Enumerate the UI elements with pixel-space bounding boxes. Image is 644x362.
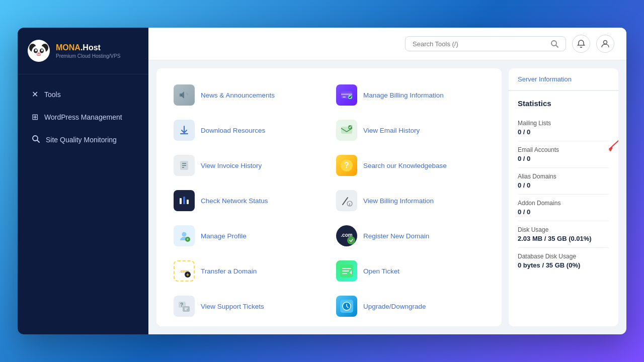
network-icon bbox=[174, 190, 195, 211]
tool-manage-billing[interactable]: Manage Billing Information bbox=[331, 78, 490, 112]
stat-disk-label: Disk Usage bbox=[518, 226, 609, 233]
stats-panel: Server Information Statistics Mailing Li… bbox=[509, 68, 618, 326]
tool-transfer[interactable]: .com+ Transfer a Domain bbox=[169, 254, 327, 288]
tools-grid: News & Announcements Manage Billing Info… bbox=[169, 78, 490, 323]
sidebar-item-site-quality[interactable]: Site Quality Monitoring bbox=[26, 130, 140, 150]
tool-billing-info[interactable]: i View Billing Information bbox=[331, 184, 490, 217]
svg-rect-48 bbox=[183, 306, 190, 312]
server-info-tab[interactable]: Server Information bbox=[509, 68, 618, 91]
user-profile-button[interactable] bbox=[596, 35, 614, 53]
search-button[interactable] bbox=[550, 40, 558, 48]
stat-email-label: Email Accounts bbox=[518, 146, 609, 153]
red-arrow-annotation bbox=[603, 137, 618, 152]
upgrade-icon bbox=[336, 296, 357, 317]
knowledgebase-icon: ? bbox=[336, 155, 357, 176]
search-input[interactable] bbox=[413, 40, 546, 48]
stat-mailing-value: 0 / 0 bbox=[518, 128, 609, 136]
logo-text: MONA.Host Premium Cloud Hosting/VPS bbox=[56, 43, 120, 59]
sidebar-label-site-quality: Site Quality Monitoring bbox=[46, 136, 117, 144]
tool-news[interactable]: News & Announcements bbox=[169, 78, 327, 112]
logo-tagline: Premium Cloud Hosting/VPS bbox=[56, 53, 120, 59]
logo-host: .Host bbox=[80, 43, 101, 52]
main-panel: News & Announcements Manage Billing Info… bbox=[156, 68, 502, 326]
support-icon: ? bbox=[174, 296, 195, 317]
invoice-label: View Invoice History bbox=[201, 162, 262, 169]
svg-line-11 bbox=[37, 140, 39, 142]
tool-profile[interactable]: + Manage Profile bbox=[169, 219, 327, 252]
svg-rect-18 bbox=[343, 97, 346, 98]
svg-text:+: + bbox=[186, 272, 189, 278]
stats-title: Statistics bbox=[518, 99, 609, 108]
tool-invoice[interactable]: View Invoice History bbox=[169, 149, 327, 182]
stat-addon-label: Addon Domains bbox=[518, 200, 609, 207]
logo-mona: MONA bbox=[56, 43, 80, 52]
content-area: News & Announcements Manage Billing Info… bbox=[148, 60, 626, 334]
tool-open-ticket[interactable]: Open Ticket bbox=[331, 254, 490, 288]
invoice-icon bbox=[174, 155, 195, 176]
svg-rect-29 bbox=[180, 198, 182, 204]
stat-disk-value: 2.03 MB / 35 GB (0.01%) bbox=[518, 235, 609, 242]
svg-point-35 bbox=[182, 232, 187, 237]
network-label: Check Network Status bbox=[201, 197, 268, 205]
svg-rect-17 bbox=[341, 94, 352, 95]
sidebar-logo: MONA.Host Premium Cloud Hosting/VPS bbox=[18, 28, 148, 74]
email-history-label: View Email History bbox=[363, 127, 420, 134]
stat-db-value: 0 bytes / 35 GB (0%) bbox=[518, 261, 609, 269]
open-ticket-label: Open Ticket bbox=[363, 267, 399, 275]
tool-support[interactable]: ? View Support Tickets bbox=[169, 290, 327, 323]
transfer-label: Transfer a Domain bbox=[201, 267, 257, 275]
knowledgebase-label: Search our Knowledgebase bbox=[363, 162, 447, 169]
open-ticket-icon bbox=[336, 260, 357, 282]
support-label: View Support Tickets bbox=[201, 303, 264, 310]
stat-disk-usage: Disk Usage 2.03 MB / 35 GB (0.01%) bbox=[518, 221, 609, 248]
tool-upgrade[interactable]: Upgrade/Downgrade bbox=[331, 290, 490, 323]
svg-point-7 bbox=[41, 49, 43, 51]
svg-point-6 bbox=[35, 49, 37, 51]
download-label: Download Resources bbox=[201, 127, 265, 134]
new-domain-label: Register New Domain bbox=[363, 232, 429, 240]
manage-billing-label: Manage Billing Information bbox=[363, 92, 444, 99]
sidebar-label-wordpress: WordPress Management bbox=[44, 113, 122, 121]
stat-addon-value: 0 / 0 bbox=[518, 208, 609, 216]
upgrade-label: Upgrade/Downgrade bbox=[363, 303, 426, 310]
stat-mailing-label: Mailing Lists bbox=[518, 120, 609, 127]
panda-logo-icon bbox=[28, 40, 50, 62]
svg-text:+: + bbox=[186, 237, 189, 242]
svg-text:i: i bbox=[349, 202, 350, 207]
stat-db-disk-usage: Database Disk Usage 0 bytes / 35 GB (0%) bbox=[518, 248, 609, 274]
svg-point-15 bbox=[181, 95, 182, 96]
tool-knowledgebase[interactable]: ? Search our Knowledgebase bbox=[331, 149, 490, 182]
profile-label: Manage Profile bbox=[201, 232, 247, 240]
tool-new-domain[interactable]: .com Register New Domain bbox=[331, 219, 490, 252]
sidebar-nav: ✕ Tools ⊞ WordPress Management Site Qual… bbox=[18, 74, 148, 160]
svg-text:?: ? bbox=[344, 161, 349, 169]
sidebar-label-tools: Tools bbox=[44, 90, 61, 99]
wordpress-icon: ⊞ bbox=[32, 112, 38, 122]
stats-section: Statistics Mailing Lists 0 / 0 Email Acc… bbox=[509, 91, 618, 282]
transfer-icon: .com+ bbox=[174, 260, 195, 282]
stat-email-accounts: Email Accounts 0 / 0 bbox=[518, 141, 609, 168]
stat-alias-label: Alias Domains bbox=[518, 173, 609, 180]
search-bar[interactable] bbox=[405, 36, 566, 51]
right-panel: News & Announcements Manage Billing Info… bbox=[148, 28, 626, 334]
sidebar-item-tools[interactable]: ✕ Tools bbox=[26, 84, 140, 104]
svg-point-14 bbox=[604, 41, 607, 44]
notifications-button[interactable] bbox=[572, 35, 590, 53]
tool-network[interactable]: Check Network Status bbox=[169, 184, 327, 217]
svg-rect-31 bbox=[187, 200, 189, 204]
svg-point-9 bbox=[38, 53, 40, 54]
billing-info-label: View Billing Information bbox=[363, 197, 434, 205]
stat-db-label: Database Disk Usage bbox=[518, 253, 609, 260]
domain-icon: .com bbox=[336, 225, 357, 246]
svg-line-13 bbox=[556, 45, 558, 47]
svg-rect-30 bbox=[183, 197, 185, 204]
download-icon bbox=[174, 120, 195, 141]
email-icon bbox=[336, 120, 357, 141]
sidebar: MONA.Host Premium Cloud Hosting/VPS ✕ To… bbox=[18, 28, 148, 334]
sidebar-item-wordpress[interactable]: ⊞ WordPress Management bbox=[26, 107, 140, 127]
tools-icon: ✕ bbox=[32, 89, 38, 99]
tool-email-history[interactable]: View Email History bbox=[331, 114, 490, 147]
stat-email-value: 0 / 0 bbox=[518, 155, 609, 162]
header bbox=[148, 28, 626, 60]
tool-download[interactable]: Download Resources bbox=[169, 114, 327, 147]
